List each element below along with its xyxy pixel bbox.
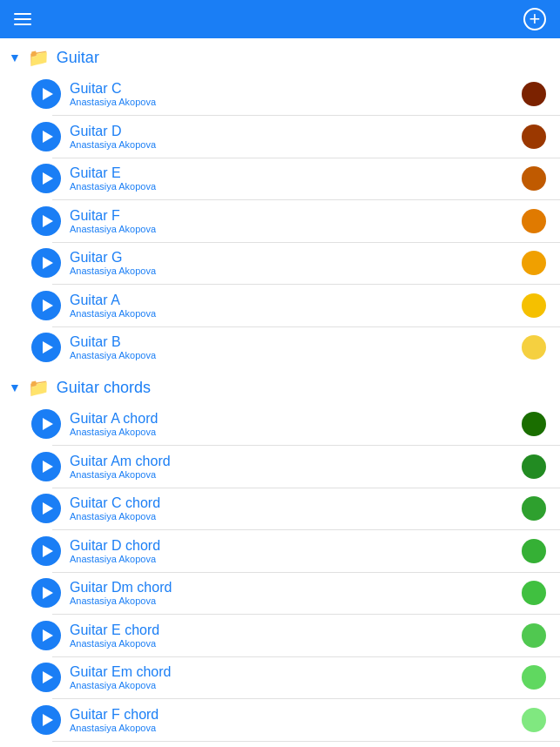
item-subtitle-guitar-f: Anastasiya Akopova xyxy=(70,224,522,234)
color-dot-guitar-dm-chord xyxy=(522,581,546,605)
menu-button[interactable] xyxy=(14,13,31,25)
list-item-guitar-g-chord: Guitar G chord Anastasiya Akopova xyxy=(0,741,560,747)
play-button-guitar-c[interactable] xyxy=(31,79,61,109)
item-subtitle-guitar-dm-chord: Anastasiya Akopova xyxy=(70,596,522,606)
list-item-guitar-e: Guitar E Anastasiya Akopova xyxy=(0,158,560,199)
color-dot-guitar-a xyxy=(522,293,546,318)
color-dot-guitar-am-chord xyxy=(522,454,546,479)
color-dot-guitar-d xyxy=(522,124,546,149)
list-item-guitar-b: Guitar B Anastasiya Akopova xyxy=(0,326,560,368)
item-info-guitar-am-chord: Guitar Am chord Anastasiya Akopova xyxy=(70,454,522,480)
list-item-guitar-c: Guitar C Anastasiya Akopova xyxy=(0,73,560,115)
list-item-guitar-e-chord: Guitar E chord Anastasiya Akopova xyxy=(0,615,560,656)
play-button-guitar-f-chord[interactable] xyxy=(31,705,61,735)
item-info-guitar-e-chord: Guitar E chord Anastasiya Akopova xyxy=(70,622,522,649)
item-title-guitar-c: Guitar C xyxy=(70,81,522,97)
play-button-guitar-am-chord[interactable] xyxy=(31,452,61,481)
list-item-guitar-f: Guitar F Anastasiya Akopova xyxy=(0,200,560,242)
item-info-guitar-c-chord: Guitar C chord Anastasiya Akopova xyxy=(70,495,522,522)
color-dot-guitar-e-chord xyxy=(522,623,546,648)
section-header-guitar[interactable]: ▼ 📁 Guitar xyxy=(0,38,560,73)
item-info-guitar-c: Guitar C Anastasiya Akopova xyxy=(70,81,522,107)
item-info-guitar-f: Guitar F Anastasiya Akopova xyxy=(70,208,522,234)
item-subtitle-guitar-b: Anastasiya Akopova xyxy=(70,350,522,360)
list-item-guitar-d-chord: Guitar D chord Anastasiya Akopova xyxy=(0,530,560,572)
play-button-guitar-f[interactable] xyxy=(31,206,61,236)
list-item-guitar-a-chord: Guitar A chord Anastasiya Akopova xyxy=(0,403,560,445)
collapse-arrow-guitar: ▼ xyxy=(9,50,21,64)
content: ▼ 📁 Guitar Guitar C Anastasiya Akopova G… xyxy=(0,38,560,747)
item-subtitle-guitar-e: Anastasiya Akopova xyxy=(70,181,522,192)
folder-icon-guitar: 📁 xyxy=(28,47,50,68)
item-subtitle-guitar-em-chord: Anastasiya Akopova xyxy=(70,680,522,690)
item-title-guitar-f-chord: Guitar F chord xyxy=(70,707,522,723)
item-info-guitar-a: Guitar A Anastasiya Akopova xyxy=(70,293,522,319)
item-info-guitar-g: Guitar G Anastasiya Akopova xyxy=(70,250,522,276)
list-item-guitar-c-chord: Guitar C chord Anastasiya Akopova xyxy=(0,488,560,529)
list-item-guitar-am-chord: Guitar Am chord Anastasiya Akopova xyxy=(0,446,560,488)
color-dot-guitar-c xyxy=(522,82,546,106)
list-item-guitar-f-chord: Guitar F chord Anastasiya Akopova xyxy=(0,699,560,741)
list-item-guitar-em-chord: Guitar Em chord Anastasiya Akopova xyxy=(0,656,560,698)
play-button-guitar-a[interactable] xyxy=(31,291,61,320)
item-subtitle-guitar-e-chord: Anastasiya Akopova xyxy=(70,638,522,649)
item-subtitle-guitar-d: Anastasiya Akopova xyxy=(70,139,522,150)
section-title-guitar: Guitar xyxy=(57,49,99,67)
play-button-guitar-c-chord[interactable] xyxy=(31,494,61,523)
section-header-guitar-chords[interactable]: ▼ 📁 Guitar chords xyxy=(0,368,560,403)
color-dot-guitar-em-chord xyxy=(522,665,546,690)
item-title-guitar-g: Guitar G xyxy=(70,250,522,266)
color-dot-guitar-f xyxy=(522,209,546,233)
item-info-guitar-f-chord: Guitar F chord Anastasiya Akopova xyxy=(70,707,522,733)
item-title-guitar-am-chord: Guitar Am chord xyxy=(70,454,522,469)
item-title-guitar-e-chord: Guitar E chord xyxy=(70,622,522,638)
item-title-guitar-dm-chord: Guitar Dm chord xyxy=(70,580,522,596)
list-item-guitar-a: Guitar A Anastasiya Akopova xyxy=(0,285,560,326)
add-button[interactable]: + xyxy=(523,8,546,30)
item-title-guitar-e: Guitar E xyxy=(70,165,522,181)
header: + xyxy=(0,0,560,38)
item-subtitle-guitar-am-chord: Anastasiya Akopova xyxy=(70,469,522,480)
item-info-guitar-e: Guitar E Anastasiya Akopova xyxy=(70,165,522,192)
folder-icon-guitar-chords: 📁 xyxy=(28,377,50,398)
item-info-guitar-dm-chord: Guitar Dm chord Anastasiya Akopova xyxy=(70,580,522,606)
color-dot-guitar-a-chord xyxy=(522,412,546,436)
color-dot-guitar-g xyxy=(522,251,546,275)
item-title-guitar-em-chord: Guitar Em chord xyxy=(70,664,522,680)
color-dot-guitar-d-chord xyxy=(522,539,546,563)
item-title-guitar-d-chord: Guitar D chord xyxy=(70,538,522,554)
item-title-guitar-b: Guitar B xyxy=(70,334,522,350)
play-button-guitar-d[interactable] xyxy=(31,122,61,151)
item-title-guitar-a-chord: Guitar A chord xyxy=(70,411,522,427)
item-title-guitar-f: Guitar F xyxy=(70,208,522,224)
play-button-guitar-em-chord[interactable] xyxy=(31,663,61,692)
item-title-guitar-d: Guitar D xyxy=(70,124,522,139)
item-title-guitar-c-chord: Guitar C chord xyxy=(70,495,522,511)
item-subtitle-guitar-c-chord: Anastasiya Akopova xyxy=(70,511,522,522)
item-subtitle-guitar-d-chord: Anastasiya Akopova xyxy=(70,554,522,564)
item-info-guitar-a-chord: Guitar A chord Anastasiya Akopova xyxy=(70,411,522,437)
play-button-guitar-a-chord[interactable] xyxy=(31,409,61,439)
color-dot-guitar-f-chord xyxy=(522,708,546,732)
list-item-guitar-g: Guitar G Anastasiya Akopova xyxy=(0,242,560,284)
play-button-guitar-e[interactable] xyxy=(31,164,61,193)
color-dot-guitar-e xyxy=(522,166,546,191)
color-dot-guitar-c-chord xyxy=(522,496,546,521)
item-subtitle-guitar-f-chord: Anastasiya Akopova xyxy=(70,723,522,733)
section-title-guitar-chords: Guitar chords xyxy=(57,379,151,397)
play-button-guitar-dm-chord[interactable] xyxy=(31,578,61,608)
item-subtitle-guitar-a-chord: Anastasiya Akopova xyxy=(70,427,522,437)
play-button-guitar-e-chord[interactable] xyxy=(31,621,61,650)
item-subtitle-guitar-c: Anastasiya Akopova xyxy=(70,97,522,107)
list-item-guitar-d: Guitar D Anastasiya Akopova xyxy=(0,116,560,158)
collapse-arrow-guitar-chords: ▼ xyxy=(9,380,21,394)
play-button-guitar-b[interactable] xyxy=(31,333,61,362)
item-info-guitar-d-chord: Guitar D chord Anastasiya Akopova xyxy=(70,538,522,564)
play-button-guitar-d-chord[interactable] xyxy=(31,536,61,566)
item-title-guitar-a: Guitar A xyxy=(70,293,522,308)
item-subtitle-guitar-g: Anastasiya Akopova xyxy=(70,266,522,276)
list-item-guitar-dm-chord: Guitar Dm chord Anastasiya Akopova xyxy=(0,572,560,614)
item-info-guitar-d: Guitar D Anastasiya Akopova xyxy=(70,124,522,150)
item-subtitle-guitar-a: Anastasiya Akopova xyxy=(70,308,522,319)
play-button-guitar-g[interactable] xyxy=(31,248,61,278)
